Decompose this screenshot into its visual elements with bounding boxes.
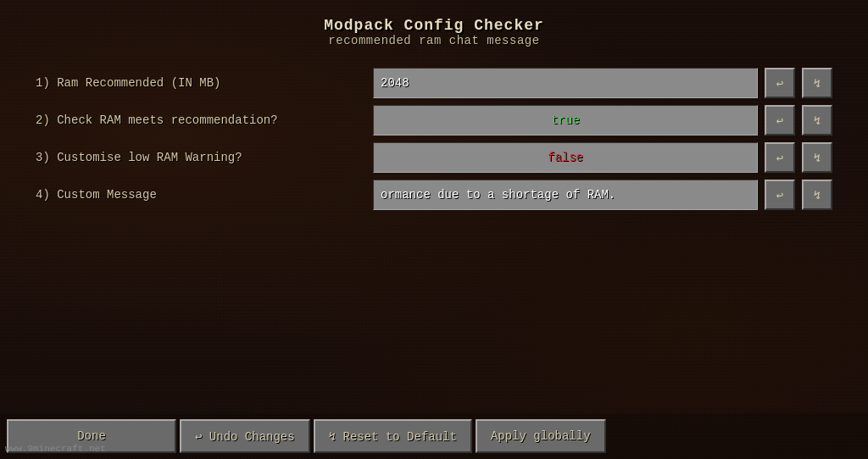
undo-btn-customise[interactable]: ↩	[765, 142, 795, 173]
input-ram-recommended[interactable]	[373, 68, 758, 98]
reset-icon: ↯	[814, 76, 821, 91]
input-container-customise	[373, 142, 758, 173]
config-row-ram-recommended: 1) Ram Recommended (IN MB) ↩ ↯	[36, 68, 832, 98]
title-section: Modpack Config Checker recommended ram c…	[324, 17, 544, 47]
watermark: www.9minecraft.net	[5, 444, 106, 454]
undo-changes-button[interactable]: ↩ Undo Changes	[180, 419, 310, 453]
undo-btn-message[interactable]: ↩	[765, 180, 795, 210]
input-customise[interactable]	[373, 142, 758, 173]
input-check-ram[interactable]	[373, 105, 758, 135]
undo-icon: ↩	[776, 188, 783, 202]
reset-default-button[interactable]: ↯ Reset to Default	[314, 419, 472, 453]
page-subtitle: recommended ram chat message	[324, 34, 544, 47]
undo-icon: ↩	[776, 76, 783, 91]
reset-btn-customise[interactable]: ↯	[802, 142, 832, 173]
undo-icon: ↩	[776, 113, 783, 128]
reset-btn-message[interactable]: ↯	[802, 180, 832, 210]
config-row-customise: 3) Customise low RAM Warning? ↩ ↯	[36, 142, 832, 173]
undo-btn-check[interactable]: ↩	[765, 105, 795, 135]
page-title: Modpack Config Checker	[324, 17, 544, 34]
reset-icon: ↯	[814, 151, 821, 165]
reset-btn-check[interactable]: ↯	[802, 105, 832, 135]
reset-icon: ↯	[814, 188, 821, 202]
undo-icon: ↩	[776, 151, 783, 165]
label-message: 4) Custom Message	[36, 188, 366, 202]
input-container-ram	[373, 68, 758, 98]
reset-icon: ↯	[814, 113, 821, 128]
config-panel: 1) Ram Recommended (IN MB) ↩ ↯ 2) Check …	[36, 68, 832, 210]
bottom-bar: Done ↩ Undo Changes ↯ Reset to Default A…	[0, 413, 868, 459]
input-container-message	[373, 180, 758, 210]
reset-btn-ram[interactable]: ↯	[802, 68, 832, 98]
input-custom-message[interactable]	[373, 180, 758, 210]
main-container: Modpack Config Checker recommended ram c…	[0, 0, 868, 459]
label-check-ram: 2) Check RAM meets recommendation?	[36, 113, 366, 127]
label-ram-recommended: 1) Ram Recommended (IN MB)	[36, 76, 366, 90]
undo-btn-ram[interactable]: ↩	[765, 68, 795, 98]
input-container-check	[373, 105, 758, 135]
config-row-check-ram: 2) Check RAM meets recommendation? ↩ ↯	[36, 105, 832, 135]
label-customise: 3) Customise low RAM Warning?	[36, 151, 366, 164]
config-row-message: 4) Custom Message ↩ ↯	[36, 180, 832, 210]
apply-globally-button[interactable]: Apply globally	[476, 419, 606, 453]
